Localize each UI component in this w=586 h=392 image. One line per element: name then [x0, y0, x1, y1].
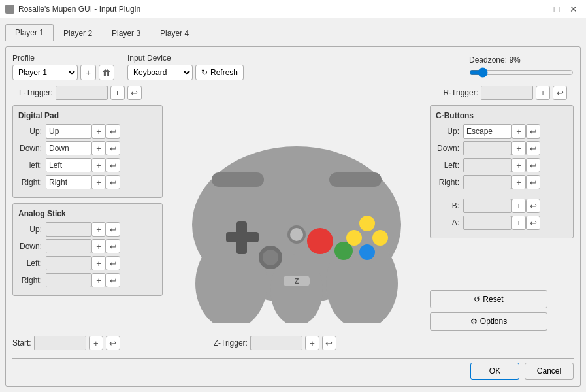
dpad-left-add[interactable]: +: [91, 158, 106, 172]
analog-stick-group: Analog Stick Up: + ↩ Down: + ↩ Left: [12, 203, 163, 296]
refresh-label: Refresh: [210, 68, 238, 77]
c-right-input[interactable]: [463, 175, 512, 189]
c-right-row: Right: + ↩: [436, 175, 568, 189]
c-right-add[interactable]: +: [512, 175, 526, 189]
svg-point-12: [359, 216, 375, 231]
analog-right-add[interactable]: +: [91, 273, 106, 287]
delete-profile-button[interactable]: 🗑: [99, 65, 114, 80]
start-clear[interactable]: ↩: [106, 336, 120, 350]
r-trigger-group: R-Trigger: + ↩: [443, 86, 567, 100]
options-label: Options: [480, 317, 507, 326]
analog-right-input[interactable]: [46, 273, 91, 287]
b-add[interactable]: +: [512, 199, 526, 213]
dpad-right-clear[interactable]: ↩: [106, 175, 120, 189]
analog-down-clear[interactable]: ↩: [106, 239, 120, 253]
deadzone-slider[interactable]: [469, 67, 574, 78]
dpad-down-input[interactable]: [46, 141, 91, 155]
r-trigger-label: R-Trigger:: [443, 88, 478, 97]
tab-player3[interactable]: Player 3: [102, 24, 150, 41]
ztrigger-add[interactable]: +: [305, 336, 319, 350]
analog-down-input[interactable]: [46, 239, 91, 253]
c-buttons-group: C-Buttons Up: + ↩ Down: + ↩: [430, 105, 574, 238]
analog-up-add[interactable]: +: [91, 222, 106, 237]
dpad-up-clear[interactable]: ↩: [106, 124, 120, 139]
dpad-down-clear[interactable]: ↩: [106, 141, 120, 155]
tab-bar: Player 1 Player 2 Player 3 Player 4: [5, 24, 581, 41]
r-trigger-clear-button[interactable]: ↩: [553, 86, 567, 100]
plus-icon: +: [540, 88, 545, 98]
options-button[interactable]: ⚙ Options: [430, 312, 547, 331]
l-trigger-add-button[interactable]: +: [110, 86, 125, 100]
dpad-left-clear[interactable]: ↩: [106, 158, 120, 172]
c-up-clear[interactable]: ↩: [526, 124, 540, 139]
c-left-clear[interactable]: ↩: [526, 158, 540, 172]
a-add[interactable]: +: [512, 216, 526, 230]
tab-player4[interactable]: Player 4: [150, 24, 199, 41]
c-down-label: Down:: [436, 144, 463, 153]
ok-button[interactable]: OK: [470, 363, 519, 380]
c-left-input[interactable]: [463, 158, 512, 172]
analog-up-clear[interactable]: ↩: [106, 222, 120, 237]
c-down-add[interactable]: +: [512, 141, 526, 155]
reset-button[interactable]: ↺ Reset: [430, 290, 547, 308]
b-clear[interactable]: ↩: [526, 199, 540, 213]
analog-left-label: Left:: [18, 259, 46, 268]
b-label: B:: [436, 201, 463, 210]
ztrigger-input[interactable]: [250, 336, 302, 350]
dpad-left-label: left:: [18, 161, 46, 170]
l-trigger-input[interactable]: [56, 86, 108, 100]
profile-label: Profile: [12, 54, 114, 63]
controller-image: Z: [172, 114, 421, 323]
refresh-button[interactable]: ↻ Refresh: [195, 65, 244, 80]
analog-stick-title: Analog Stick: [18, 209, 157, 218]
c-down-clear[interactable]: ↩: [526, 141, 540, 155]
analog-left-add[interactable]: +: [91, 256, 106, 270]
dpad-up-add[interactable]: +: [91, 124, 106, 139]
profile-select[interactable]: Player 1: [12, 65, 78, 80]
analog-left-clear[interactable]: ↩: [106, 256, 120, 270]
analog-right-clear[interactable]: ↩: [106, 273, 120, 287]
c-left-add[interactable]: +: [512, 158, 526, 172]
r-trigger-input[interactable]: [481, 86, 533, 100]
minimize-button[interactable]: —: [532, 2, 547, 16]
l-trigger-group: L-Trigger: + ↩: [19, 86, 142, 100]
analog-down-add[interactable]: +: [91, 239, 106, 253]
device-select[interactable]: Keyboard: [127, 65, 193, 80]
plus-icon: +: [115, 88, 120, 98]
dpad-right-add[interactable]: +: [91, 175, 106, 189]
l-trigger-clear-button[interactable]: ↩: [127, 86, 142, 100]
dpad-up-label: Up:: [18, 127, 46, 136]
c-up-label: Up:: [436, 127, 463, 136]
b-input[interactable]: [463, 199, 512, 213]
cancel-button[interactable]: Cancel: [525, 363, 574, 380]
svg-text:Z: Z: [294, 277, 299, 285]
analog-up-input[interactable]: [46, 222, 91, 237]
ztrigger-clear[interactable]: ↩: [322, 336, 336, 350]
start-add[interactable]: +: [89, 336, 103, 350]
ztrigger-label: Z-Trigger:: [214, 338, 248, 348]
c-down-input[interactable]: [463, 141, 512, 155]
dpad-down-add[interactable]: +: [91, 141, 106, 155]
tab-player2[interactable]: Player 2: [54, 24, 102, 41]
c-up-input[interactable]: [463, 124, 512, 139]
analog-down-row: Down: + ↩: [18, 239, 157, 253]
c-up-add[interactable]: +: [512, 124, 526, 139]
dpad-left-input[interactable]: [46, 158, 91, 172]
maximize-button[interactable]: □: [549, 2, 564, 16]
profile-row: Player 1 + 🗑: [12, 65, 114, 80]
tab-player1[interactable]: Player 1: [5, 24, 54, 41]
title-bar-left: Rosalie's Mupen GUI - Input Plugin: [5, 5, 140, 14]
a-input[interactable]: [463, 216, 512, 230]
close-button[interactable]: ✕: [566, 2, 581, 16]
add-profile-button[interactable]: +: [80, 65, 96, 80]
start-input[interactable]: [34, 336, 86, 350]
svg-point-15: [359, 244, 375, 260]
analog-left-input[interactable]: [46, 256, 91, 270]
dpad-right-input[interactable]: [46, 175, 91, 189]
r-trigger-add-button[interactable]: +: [536, 86, 550, 100]
a-clear[interactable]: ↩: [526, 216, 540, 230]
c-right-clear[interactable]: ↩: [526, 175, 540, 189]
dpad-up-input[interactable]: [46, 124, 91, 139]
svg-point-14: [372, 230, 388, 246]
profile-group: Profile Player 1 + 🗑: [12, 54, 114, 80]
